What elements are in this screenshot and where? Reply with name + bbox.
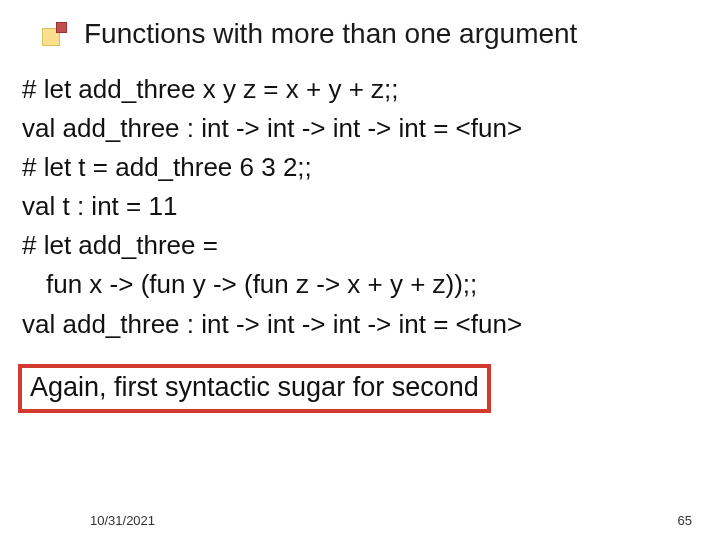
code-body: # let add_three x y z = x + y + z;; val … [0, 50, 720, 342]
code-line: val t : int = 11 [22, 189, 702, 224]
code-line: val add_three : int -> int -> int -> int… [22, 307, 702, 342]
footer-page-number: 65 [678, 513, 692, 528]
slide-title: Functions with more than one argument [84, 18, 577, 50]
code-line: fun x -> (fun y -> (fun z -> x + y + z))… [22, 267, 702, 302]
code-line: # let add_three = [22, 228, 702, 263]
emphasis-box: Again, first syntactic sugar for second [18, 364, 491, 413]
slide-footer: 10/31/2021 65 [0, 513, 720, 528]
footer-date: 10/31/2021 [90, 513, 155, 528]
code-line: val add_three : int -> int -> int -> int… [22, 111, 702, 146]
code-line: # let t = add_three 6 3 2;; [22, 150, 702, 185]
slide-title-row: Functions with more than one argument [0, 0, 720, 50]
code-line: # let add_three x y z = x + y + z;; [22, 72, 702, 107]
slide-container: Functions with more than one argument # … [0, 0, 720, 540]
emphasis-text: Again, first syntactic sugar for second [30, 372, 479, 402]
title-bullet-icon [42, 22, 66, 46]
